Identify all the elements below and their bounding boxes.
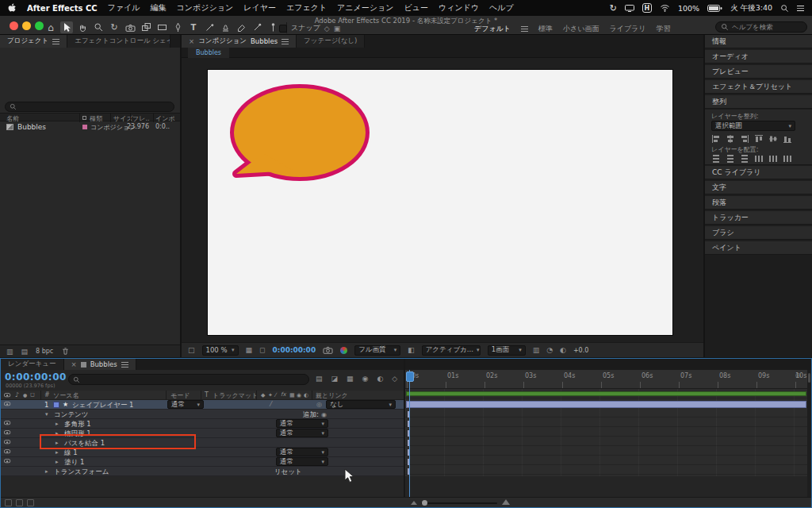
viewer-tab-bubbles[interactable]: Bubbles (188, 48, 229, 58)
zoom-in-mountain-icon[interactable] (502, 499, 510, 505)
project-search-box[interactable] (5, 102, 174, 112)
pan-behind-tool[interactable] (140, 21, 152, 33)
help-search-input[interactable] (732, 23, 802, 31)
tab-effect-controls[interactable]: エフェクトコントロール シェイプ (67, 35, 170, 48)
panel-paint[interactable]: ペイント (705, 241, 812, 255)
workspace-standard[interactable]: 標準 (538, 24, 553, 34)
quality-toggle-icon[interactable]: ⁄ (270, 401, 271, 408)
label-color-column-icon[interactable] (82, 116, 86, 120)
disclosure-open-icon[interactable]: ▾ (45, 411, 48, 418)
expand-layer-switches-icon[interactable] (5, 499, 12, 506)
timeline-search-box[interactable] (68, 374, 309, 385)
project-item-row[interactable]: Bubbles コンポジション 23.976 0:0.. (0, 122, 180, 132)
panel-brushes[interactable]: ブラシ (705, 226, 812, 240)
view-layout-dropdown[interactable]: 1画面▾ (488, 345, 526, 356)
align-center-vertical-icon[interactable] (768, 134, 778, 144)
distribute-bottom-icon[interactable] (740, 154, 749, 164)
selection-tool[interactable] (60, 21, 73, 33)
snapshot-icon[interactable] (323, 346, 333, 354)
contents-group-row[interactable]: ▾ コンテンツ 追加: ◉ (1, 410, 404, 419)
magnification-dropdown[interactable]: 100 %▾ (202, 345, 239, 356)
eraser-tool[interactable] (235, 21, 247, 33)
help-search-box[interactable] (715, 21, 807, 33)
adjustment-switch-icon[interactable]: ◐ (304, 392, 308, 398)
distribute-horizontal-icon[interactable] (768, 154, 778, 164)
eye-icon[interactable] (4, 402, 10, 406)
ellipse-mode-dropdown[interactable]: 通常▾ (276, 429, 328, 437)
eye-icon[interactable] (4, 449, 10, 453)
align-right-icon[interactable] (740, 134, 749, 144)
distribute-left-icon[interactable] (754, 154, 764, 164)
type-tool[interactable]: T (187, 21, 200, 33)
tab-composition[interactable]: × コンポジション Bubbles (182, 35, 297, 48)
fill-row[interactable]: ▸ 塗り 1 通常▾ (1, 457, 404, 467)
quality-switch-icon[interactable]: ⁄ (275, 392, 276, 398)
parent-pickwhip-icon[interactable]: ◎ (316, 401, 322, 408)
layer-row[interactable]: 1 ★ シェイプレイヤー 1 通常▾ ⁄ ◎ なし▾ (1, 400, 404, 410)
exposure-icon[interactable]: ◐ (560, 346, 566, 354)
distribute-vertical-icon[interactable] (726, 154, 735, 164)
distribute-top-icon[interactable] (711, 154, 721, 164)
panel-effects-presets[interactable]: エフェクト＆プリセット (705, 80, 812, 94)
column-mode[interactable]: モード (170, 391, 190, 400)
stroke-row[interactable]: ▸ 線 1 通常▾ (1, 448, 404, 457)
in-out-panes-icon[interactable] (27, 499, 34, 506)
grid-guides-icon[interactable]: ▦ (246, 346, 253, 354)
zoom-out-mountain-icon[interactable] (411, 501, 417, 505)
menu-file[interactable]: ファイル (108, 2, 140, 13)
add-property-button[interactable]: ◉ (321, 411, 327, 418)
show-channel-icon[interactable] (340, 347, 347, 354)
panel-align[interactable]: 整列 (705, 95, 812, 109)
menu-layer[interactable]: レイヤー (243, 2, 276, 13)
workspace-menu-icon[interactable] (521, 26, 528, 32)
interpret-footage-icon[interactable]: ▥ (6, 348, 13, 356)
workspace-default[interactable]: デフォルト (474, 24, 511, 34)
column-track-matte[interactable]: トラックマット (213, 391, 258, 400)
brush-tool[interactable] (203, 21, 216, 33)
menu-effect[interactable]: エフェクト (286, 2, 327, 13)
layer-duration-bar[interactable] (406, 401, 806, 408)
motion-blur-switch-icon[interactable]: ◉ (297, 392, 301, 398)
panel-info[interactable]: 情報 (705, 35, 812, 48)
display-mirroring-icon[interactable] (625, 5, 634, 12)
tab-timeline-bubbles[interactable]: × Bubbles (64, 359, 136, 370)
transfer-controls-icon[interactable] (16, 499, 23, 506)
scrollbar-thumb[interactable] (808, 373, 810, 383)
layer-color-swatch[interactable] (53, 402, 59, 408)
snap-checkbox[interactable] (279, 25, 287, 33)
sync-status-icon[interactable]: ↻ (610, 3, 617, 13)
disclosure-closed-icon[interactable]: ▸ (56, 421, 59, 427)
column-t[interactable]: T (205, 391, 209, 398)
eye-icon[interactable] (4, 430, 10, 434)
align-target-dropdown[interactable]: 選択範囲▾ (711, 121, 795, 131)
window-minimize-button[interactable] (22, 21, 31, 30)
notification-center-icon[interactable] (797, 4, 804, 13)
panel-tracker[interactable]: トラッカー (705, 211, 812, 225)
bit-depth-button[interactable]: 8 bpc (36, 348, 53, 355)
resolution-dropdown[interactable]: フル画質▾ (354, 345, 400, 356)
timeline-scrollbar[interactable] (807, 370, 811, 497)
workspace-learn[interactable]: 学習 (657, 24, 671, 34)
timeline-zoom-slider-track[interactable] (421, 502, 497, 504)
panel-preview[interactable]: プレビュー (705, 65, 812, 79)
collapse-switch-icon[interactable]: ✦ (268, 392, 273, 398)
pixel-aspect-icon[interactable]: ▥ (533, 346, 540, 354)
camera-tool[interactable] (124, 21, 136, 33)
polystar-mode-dropdown[interactable]: 通常▾ (276, 419, 328, 428)
fast-previews-icon[interactable]: ◔ (546, 346, 553, 354)
polystar-row[interactable]: ▸ 多角形 1 通常▾ (1, 419, 404, 429)
spotlight-icon[interactable] (780, 4, 789, 13)
eye-icon[interactable] (4, 421, 10, 425)
panel-menu-icon[interactable] (52, 39, 59, 44)
timeline-graph[interactable]: 0s 01s 02s 03s 04s 05s 06s 07s 08s 09s 1… (405, 370, 807, 497)
disclosure-closed-icon[interactable]: ▸ (45, 468, 48, 475)
align-center-horizontal-icon[interactable] (726, 134, 735, 144)
comp-mini-flowchart-icon[interactable]: ▤ (316, 375, 323, 383)
disclosure-closed-icon[interactable]: ▸ (56, 430, 59, 437)
menu-composition[interactable]: コンポジション (177, 2, 234, 13)
parent-link-dropdown[interactable]: なし▾ (326, 400, 396, 409)
shy-switch-icon[interactable]: ◆ (261, 392, 265, 398)
shape-tool[interactable] (155, 21, 168, 33)
tab-project[interactable]: プロジェクト (0, 35, 67, 48)
create-folder-icon[interactable]: ▤ (21, 348, 29, 356)
